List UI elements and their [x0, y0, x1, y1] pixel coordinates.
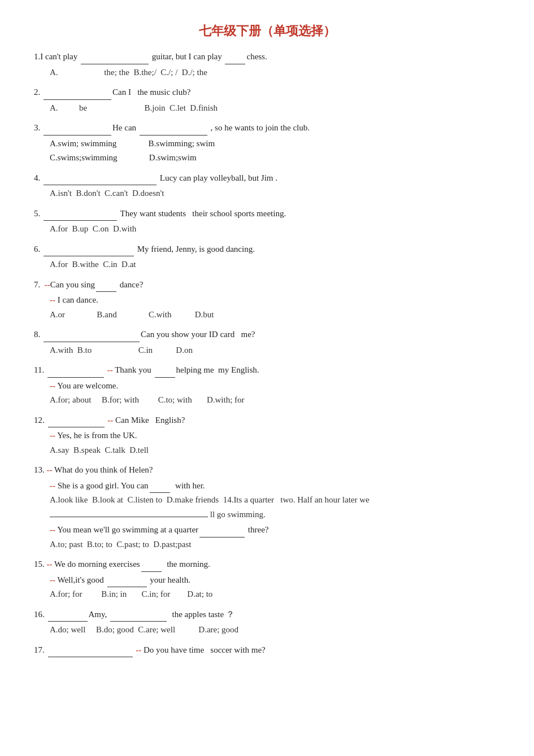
q11-blank1 [47, 377, 104, 378]
q3-blank1 [44, 135, 111, 136]
q13-sub: -- She is a good girl. You can with her. [50, 479, 500, 493]
q2-text: 2. Can I the music club? [34, 85, 500, 100]
q11-options: A.for; about B.for; with C.to; with D.wi… [50, 393, 500, 408]
q16-options: A.do; well B.do; good C.are; well D.are;… [50, 623, 500, 637]
q4-blank1 [44, 185, 157, 185]
q12-sub: -- Yes, he is from the UK. [50, 429, 500, 443]
question-13: 13. -- What do you think of Helen? -- Sh… [34, 463, 500, 552]
q14-blank1 [199, 537, 245, 537]
question-2: 2. Can I the music club? A. be B.join C.… [34, 85, 500, 115]
q1-blank1 [81, 64, 149, 64]
q3-options-2: C.swims;swimming D.swim;swim [50, 151, 500, 165]
question-16: 16. Amy, the apples taste ？ A.do; well B… [34, 608, 500, 637]
q7-text: 7. --Can you sing dance? [34, 278, 500, 292]
q11-sub: -- You are welcome. [50, 379, 500, 394]
q15-options: A.for; for B.in; in C.in; for D.at; to [50, 587, 500, 602]
q16-blank2 [110, 621, 167, 622]
q5-blank1 [44, 220, 117, 221]
q14-sub: -- You mean we'll go swimming at a quart… [50, 523, 500, 537]
q1-blank2 [225, 64, 245, 64]
question-8: 8. Can you show your ID card me? A.with … [34, 327, 500, 357]
q6-blank1 [44, 256, 134, 256]
q3-text: 3. He can , so he wants to join the club… [34, 121, 500, 136]
q2-blank1 [44, 99, 111, 100]
q15-blank1 [141, 571, 162, 572]
q15-text: 15. -- We do morning exercises the morni… [34, 557, 500, 572]
question-17: 17. -- Do you have time soccer with me? [34, 643, 500, 658]
q3-blank2 [140, 135, 207, 136]
question-3: 3. He can , so he wants to join the club… [34, 121, 500, 165]
q16-blank1 [48, 621, 88, 622]
q16-text: 16. Amy, the apples taste ？ [34, 608, 500, 622]
question-11: 11. -- Thank you helping me my English. … [34, 363, 500, 408]
q12-options: A.say B.speak C.talk D.tell [50, 443, 500, 458]
q1-text: 1.I can't play guitar, but I can play ch… [34, 50, 500, 64]
page-title: 七年级下册（单项选择） [34, 23, 500, 40]
q11-text: 11. -- Thank you helping me my English. [34, 363, 500, 378]
question-4: 4. Lucy can play volleyball, but Jim . A… [34, 171, 500, 201]
q5-options: A.for B.up C.on D.with [50, 222, 500, 237]
q7-options: A.or B.and C.with D.but [50, 308, 500, 322]
question-15: 15. -- We do morning exercises the morni… [34, 557, 500, 602]
q8-text: 8. Can you show your ID card me? [34, 327, 500, 342]
question-6: 6. My friend, Jenny, is good dancing. A.… [34, 242, 500, 272]
q12-blank1 [48, 427, 105, 427]
q8-blank1 [44, 342, 140, 342]
q12-text: 12. -- Can Mike English? [34, 413, 500, 428]
q14-options: A.to; past B.to; to C.past; to D.past;pa… [50, 537, 500, 552]
question-1: 1.I can't play guitar, but I can play ch… [34, 50, 500, 80]
q17-text: 17. -- Do you have time soccer with me? [34, 643, 500, 658]
q1-options: A. the; the B.the;/ C./; / D./; the [50, 65, 500, 80]
q6-options: A.for B.withe C.in D.at [50, 257, 500, 272]
q3-options-1: A.swim; swimming B.swimming; swim [50, 137, 500, 151]
q7-sub: -- I can dance. [50, 293, 500, 308]
q2-options: A. be B.join C.let D.finish [50, 101, 500, 116]
q15-sub: -- Well,it's good your health. [50, 573, 500, 588]
q4-text: 4. Lucy can play volleyball, but Jim . [34, 171, 500, 186]
q8-options: A.with B.to C.in D.on [50, 343, 500, 358]
q11-blank2 [155, 377, 175, 378]
q7-blank1 [96, 291, 116, 292]
q17-blank1 [48, 657, 133, 657]
q13-options: A.look like B.look at C.listen to D.make… [50, 493, 500, 522]
q13-text: 13. -- What do you think of Helen? [34, 463, 500, 478]
q5-text: 5. They want students their school sport… [34, 207, 500, 221]
q4-options: A.isn't B.don't C.can't D.doesn't [50, 186, 500, 201]
question-7: 7. --Can you sing dance? -- I can dance.… [34, 278, 500, 322]
question-12: 12. -- Can Mike English? -- Yes, he is f… [34, 413, 500, 458]
question-5: 5. They want students their school sport… [34, 207, 500, 237]
q6-text: 6. My friend, Jenny, is good dancing. [34, 242, 500, 257]
